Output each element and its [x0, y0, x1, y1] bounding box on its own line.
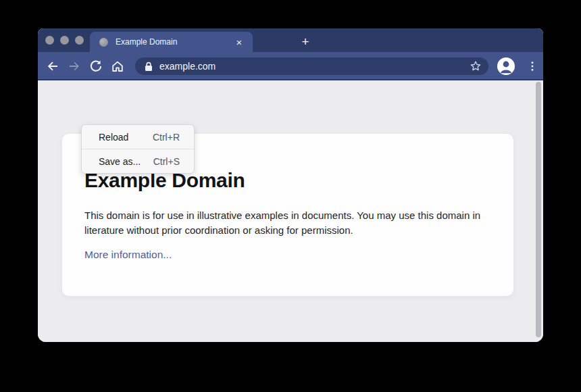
context-menu: Reload Ctrl+R Save as... Ctrl+S: [81, 124, 195, 174]
page-viewport: Example Domain This domain is for use in…: [38, 80, 543, 342]
reload-button[interactable]: [89, 59, 103, 73]
more-information-link[interactable]: More information...: [84, 249, 172, 261]
tab-close-icon[interactable]: ×: [234, 37, 245, 47]
new-tab-button[interactable]: +: [297, 34, 313, 50]
minimize-window-button[interactable]: [60, 36, 69, 45]
tab-favicon-icon: [99, 38, 108, 47]
lock-icon: [145, 62, 153, 72]
titlebar: Example Domain × +: [38, 28, 543, 52]
scrollbar-thumb[interactable]: [536, 82, 541, 337]
profile-avatar-button[interactable]: [497, 57, 515, 76]
menu-item-shortcut: Ctrl+R: [153, 132, 180, 143]
menu-item-save-as[interactable]: Save as... Ctrl+S: [82, 149, 194, 173]
toolbar: example.com ⋮: [38, 52, 543, 80]
page-paragraph: This domain is for use in illustrative e…: [84, 208, 484, 238]
menu-item-label: Save as...: [99, 156, 141, 167]
traffic-lights: [45, 36, 84, 45]
forward-button[interactable]: [68, 59, 81, 73]
browser-window: Example Domain × +: [38, 28, 543, 342]
maximize-window-button[interactable]: [75, 36, 84, 45]
tab-title: Example Domain: [116, 37, 234, 47]
menu-item-reload[interactable]: Reload Ctrl+R: [82, 125, 194, 149]
tab-example-domain[interactable]: Example Domain ×: [90, 32, 253, 52]
overflow-menu-button[interactable]: ⋮: [526, 57, 539, 75]
back-button[interactable]: [46, 59, 59, 73]
bookmark-star-icon[interactable]: [470, 60, 482, 72]
menu-item-shortcut: Ctrl+S: [153, 156, 180, 167]
url-text[interactable]: example.com: [159, 61, 470, 72]
address-bar[interactable]: example.com: [135, 57, 488, 75]
close-window-button[interactable]: [45, 36, 54, 45]
scrollbar[interactable]: [535, 80, 543, 342]
home-button[interactable]: [111, 59, 124, 73]
menu-item-label: Reload: [99, 132, 128, 143]
